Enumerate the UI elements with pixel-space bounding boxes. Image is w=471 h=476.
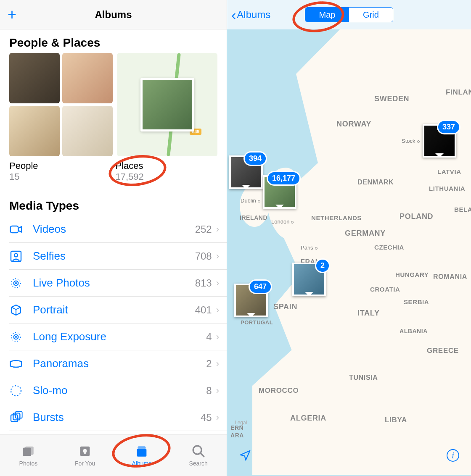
country-label: ITALY (357, 309, 380, 318)
face-thumbnail (9, 106, 60, 156)
country-label: LIBYA (385, 416, 407, 424)
country-label: IRELAND (240, 214, 267, 221)
media-type-label: Long Exposure (33, 330, 206, 343)
tab-search[interactable]: Search (170, 434, 227, 476)
tab-for-you[interactable]: For You (57, 434, 114, 476)
chevron-right-icon: › (216, 331, 219, 342)
media-type-row[interactable]: Live Photos813› (9, 270, 227, 297)
segment-map[interactable]: Map (305, 8, 349, 22)
media-type-row[interactable]: Portrait401› (9, 297, 227, 323)
places-tile[interactable]: A49 (117, 53, 217, 156)
media-type-count: 252 (195, 224, 212, 235)
media-type-row[interactable]: Selfies708› (9, 243, 227, 270)
people-label-block[interactable]: People 15 (9, 160, 111, 182)
country-label: CROATIA (370, 286, 400, 293)
bursts-icon (9, 411, 33, 424)
map[interactable]: FINLANDSWEDENNORWAYLATVIALITHUANIADENMAR… (227, 29, 471, 476)
photo-cluster-pin[interactable]: 16,177 (263, 175, 296, 209)
face-thumbnail (62, 106, 113, 156)
section-media-types-header: Media Types (0, 192, 227, 216)
places-label: Places (116, 160, 218, 171)
photo-cluster-pin[interactable]: 647 (234, 284, 268, 317)
media-types-list: Videos252›Selfies708›Live Photos813›Port… (0, 216, 227, 431)
media-type-count: 8 (206, 385, 212, 397)
country-label: NORWAY (336, 120, 371, 129)
svg-rect-0 (11, 226, 19, 233)
city-label: Stock (402, 138, 420, 144)
media-type-label: Selfies (33, 250, 195, 263)
country-label: ARA (230, 432, 244, 439)
tab-icon (191, 444, 206, 458)
media-type-row[interactable]: Bursts45› (9, 404, 227, 431)
country-label: SPAIN (273, 302, 297, 311)
segment-grid[interactable]: Grid (349, 8, 393, 22)
location-arrow-icon[interactable] (239, 449, 251, 466)
places-count: 17,592 (116, 171, 218, 182)
tab-label: Albums (132, 460, 152, 467)
chevron-right-icon: › (216, 412, 219, 423)
country-label: LATVIA (437, 168, 461, 175)
country-label: TUNISIA (349, 374, 378, 381)
portrait-icon (9, 303, 33, 317)
media-type-row[interactable]: Videos252› (9, 216, 227, 243)
face-thumbnail (62, 53, 113, 103)
pin-count-badge: 394 (243, 151, 267, 166)
add-button[interactable]: + (8, 6, 16, 24)
photo-cluster-pin[interactable]: 337 (423, 124, 456, 158)
svg-rect-14 (25, 446, 34, 455)
photo-cluster-pin[interactable]: 2 (292, 263, 326, 296)
country-label: PORTUGAL (241, 319, 273, 326)
back-button[interactable]: ‹ Albums (231, 8, 270, 22)
svg-rect-1 (11, 251, 21, 261)
country-label: ALBANIA (400, 328, 428, 334)
back-label: Albums (237, 9, 270, 21)
country-label: GERMANY (345, 229, 386, 238)
media-type-label: Videos (33, 223, 195, 236)
country-label: ROMANIA (433, 273, 467, 281)
tab-albums[interactable]: Albums (114, 434, 170, 476)
svg-line-20 (200, 453, 204, 457)
chevron-right-icon: › (216, 385, 219, 396)
city-label: Paris (301, 245, 318, 251)
media-type-label: Bursts (33, 411, 201, 424)
places-label-block[interactable]: Places 17,592 (116, 160, 218, 182)
chevron-right-icon: › (216, 224, 219, 235)
media-type-count: 45 (201, 412, 212, 423)
tab-label: Search (189, 460, 207, 467)
svg-rect-18 (138, 446, 145, 447)
country-label: SERBIA (404, 298, 429, 305)
media-type-row[interactable]: Slo-mo8› (9, 377, 227, 404)
tab-photos[interactable]: Photos (0, 434, 57, 476)
media-type-row[interactable]: Long Exposure4› (9, 323, 227, 350)
tab-icon (135, 444, 149, 458)
map-legal-link[interactable]: Legal (235, 420, 247, 426)
people-tile[interactable] (9, 53, 113, 156)
svg-rect-16 (137, 449, 147, 456)
chevron-right-icon: › (216, 278, 219, 289)
country-label: NETHERLANDS (311, 214, 362, 221)
photo-cluster-pin[interactable]: 394 (229, 155, 263, 189)
tab-label: Photos (19, 460, 38, 467)
svg-point-9 (11, 386, 21, 396)
media-type-row[interactable]: Panoramas2› (9, 350, 227, 377)
svg-rect-11 (13, 413, 20, 420)
country-label: FINLAND (446, 88, 471, 97)
video-icon (9, 223, 33, 236)
slo-mo-icon (9, 384, 33, 397)
country-label: CZECHIA (374, 244, 404, 251)
tab-label: For You (75, 460, 95, 467)
media-type-label: Portrait (33, 303, 195, 316)
chevron-right-icon: › (216, 251, 219, 262)
media-type-count: 4 (206, 331, 212, 343)
country-label: LITHUANIA (429, 185, 465, 192)
nav-bar: ‹ Albums Map Grid (227, 0, 471, 29)
svg-point-5 (15, 282, 17, 284)
media-type-label: Live Photos (33, 276, 195, 289)
country-label: ALGERIA (290, 414, 326, 423)
tab-icon (21, 444, 35, 458)
people-places-labels: People 15 Places 17,592 (0, 156, 227, 192)
svg-point-8 (15, 336, 17, 337)
people-label: People (9, 160, 111, 171)
face-thumbnail (9, 53, 60, 103)
country-label: SWEDEN (374, 95, 409, 103)
